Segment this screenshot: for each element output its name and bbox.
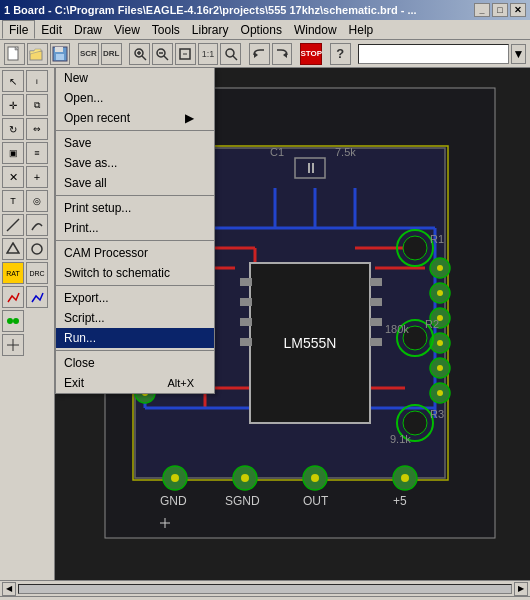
svg-marker-18 <box>254 52 258 58</box>
menu-file[interactable]: File <box>2 20 35 39</box>
menu-close[interactable]: Close <box>56 353 214 373</box>
tool-delete[interactable]: ✕ <box>2 166 24 188</box>
menu-save-as[interactable]: Save as... <box>56 153 214 173</box>
command-input[interactable] <box>358 44 508 64</box>
svg-text:C1: C1 <box>270 146 284 158</box>
separator-5 <box>56 350 214 351</box>
menu-new[interactable]: New <box>56 68 214 88</box>
menu-tools[interactable]: Tools <box>146 20 186 39</box>
toolbar-drl-button[interactable]: DRL <box>101 43 122 65</box>
svg-rect-51 <box>370 298 382 306</box>
menu-print[interactable]: Print... <box>56 218 214 238</box>
canvas-area[interactable]: LM555N <box>55 68 530 580</box>
toolbar-scr-button[interactable]: SCR <box>78 43 99 65</box>
separator-3 <box>56 240 214 241</box>
scroll-right-button[interactable]: ▶ <box>514 582 528 596</box>
svg-point-62 <box>401 474 409 482</box>
tool-arc[interactable] <box>26 214 48 236</box>
svg-point-86 <box>437 390 443 396</box>
menu-draw[interactable]: Draw <box>68 20 108 39</box>
tool-circle[interactable] <box>26 238 48 260</box>
toolbar-new-button[interactable] <box>4 43 25 65</box>
menu-export[interactable]: Export... <box>56 288 214 308</box>
toolbar-save-button[interactable] <box>50 43 71 65</box>
svg-point-60 <box>311 474 319 482</box>
svg-point-84 <box>437 365 443 371</box>
tool-copy[interactable]: ⧉ <box>26 94 48 116</box>
command-dropdown-button[interactable]: ▼ <box>511 44 526 64</box>
tool-group[interactable]: ▣ <box>2 142 24 164</box>
menu-script[interactable]: Script... <box>56 308 214 328</box>
svg-text:SGND: SGND <box>225 494 260 508</box>
menu-options[interactable]: Options <box>235 20 288 39</box>
svg-rect-52 <box>370 318 382 326</box>
toolbar-open-button[interactable] <box>27 43 48 65</box>
menu-edit[interactable]: Edit <box>35 20 68 39</box>
close-button[interactable]: ✕ <box>510 3 526 17</box>
title-bar: 1 Board - C:\Program Files\EAGLE-4.16r2\… <box>0 0 530 20</box>
tool-move[interactable]: ✛ <box>2 94 24 116</box>
menu-print-setup[interactable]: Print setup... <box>56 198 214 218</box>
zoom-ratio-button[interactable]: 1:1 <box>198 43 219 65</box>
tool-mirror[interactable]: ⇔ <box>26 118 48 140</box>
menu-window[interactable]: Window <box>288 20 343 39</box>
svg-point-78 <box>437 290 443 296</box>
menu-help[interactable]: Help <box>343 20 380 39</box>
tool-rotate[interactable]: ↻ <box>2 118 24 140</box>
tool-via[interactable]: ◎ <box>26 190 48 212</box>
tool-autorouter[interactable] <box>2 286 24 308</box>
svg-text:R3: R3 <box>430 408 444 420</box>
tool-ratsnest[interactable]: RAT <box>2 262 24 284</box>
maximize-button[interactable]: □ <box>492 3 508 17</box>
separator-2 <box>56 195 214 196</box>
svg-point-95 <box>403 411 427 435</box>
svg-text:OUT: OUT <box>303 494 329 508</box>
svg-point-24 <box>13 318 19 324</box>
svg-point-23 <box>7 318 13 324</box>
file-menu: New Open... Open recent▶ Save Save as...… <box>55 68 215 394</box>
svg-rect-48 <box>240 318 252 326</box>
toolbar: SCR DRL 1:1 STOP ? ▼ <box>0 40 530 68</box>
scroll-track[interactable] <box>18 584 512 594</box>
menu-run[interactable]: Run... <box>56 328 214 348</box>
scroll-left-button[interactable]: ◀ <box>2 582 16 596</box>
menu-view[interactable]: View <box>108 20 146 39</box>
menu-switch-schematic[interactable]: Switch to schematic <box>56 263 214 283</box>
tool-signal[interactable] <box>2 310 24 332</box>
tool-polygon[interactable] <box>2 238 24 260</box>
redo-button[interactable] <box>272 43 293 65</box>
zoom-out-button[interactable] <box>152 43 173 65</box>
svg-rect-50 <box>370 278 382 286</box>
tool-pointer[interactable]: ↖ <box>2 70 24 92</box>
svg-text:7.5k: 7.5k <box>335 146 356 158</box>
separator-1 <box>56 130 214 131</box>
tool-text[interactable]: T <box>2 190 24 212</box>
tool-wire[interactable] <box>2 214 24 236</box>
svg-text:LM555N: LM555N <box>284 335 337 351</box>
svg-line-8 <box>142 56 146 60</box>
menu-open-recent[interactable]: Open recent▶ <box>56 108 214 128</box>
menu-open[interactable]: Open... <box>56 88 214 108</box>
menu-exit[interactable]: ExitAlt+X <box>56 373 214 393</box>
tool-drc[interactable]: DRC <box>26 262 48 284</box>
menu-save-all[interactable]: Save all <box>56 173 214 193</box>
tool-change[interactable]: ≡ <box>26 142 48 164</box>
zoom-in-button[interactable] <box>129 43 150 65</box>
zoom-fit-button[interactable] <box>175 43 196 65</box>
undo-button[interactable] <box>249 43 270 65</box>
svg-text:R1: R1 <box>430 233 444 245</box>
zoom-custom-button[interactable] <box>220 43 241 65</box>
menu-library[interactable]: Library <box>186 20 235 39</box>
minimize-button[interactable]: _ <box>474 3 490 17</box>
tool-info[interactable]: i <box>26 70 48 92</box>
tool-ripup[interactable] <box>26 286 48 308</box>
menu-save[interactable]: Save <box>56 133 214 153</box>
svg-point-58 <box>241 474 249 482</box>
stop-button[interactable]: STOP <box>300 43 322 65</box>
tool-crosshair[interactable] <box>2 334 24 356</box>
tool-add[interactable]: + <box>26 166 48 188</box>
svg-rect-53 <box>370 338 382 346</box>
menu-cam-processor[interactable]: CAM Processor <box>56 243 214 263</box>
status-bar <box>0 596 530 600</box>
help-button[interactable]: ? <box>330 43 351 65</box>
